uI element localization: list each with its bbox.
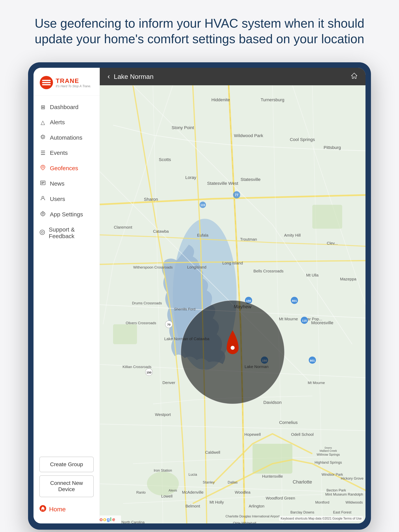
svg-text:Hickory Grove: Hickory Grove xyxy=(341,476,364,480)
svg-text:Montford: Montford xyxy=(315,500,329,504)
svg-point-18 xyxy=(42,196,44,198)
svg-point-10 xyxy=(44,138,45,139)
sidebar-item-news[interactable]: News xyxy=(33,176,100,191)
svg-text:Long Island: Long Island xyxy=(222,261,243,265)
svg-text:g: g xyxy=(107,516,110,522)
trane-logo-icon xyxy=(39,76,53,89)
connect-new-device-button[interactable]: Connect New Device xyxy=(39,475,94,497)
trane-tagline: It's Hard To Stop A Trane. xyxy=(56,84,91,88)
svg-text:o: o xyxy=(103,516,106,522)
sidebar-item-support-feedback[interactable]: Support & Feedback xyxy=(33,222,100,244)
svg-text:70: 70 xyxy=(167,323,170,326)
svg-point-19 xyxy=(42,213,44,214)
svg-text:Clev...: Clev... xyxy=(327,241,338,245)
sidebar-item-users[interactable]: Users xyxy=(33,191,100,207)
svg-text:Woodford Green: Woodford Green xyxy=(266,496,295,500)
top-bar-title: Lake Norman xyxy=(114,73,154,80)
svg-point-120 xyxy=(231,346,235,350)
svg-point-9 xyxy=(41,135,42,136)
svg-text:Huntersville: Huntersville xyxy=(262,474,283,478)
sidebar-item-label-news: News xyxy=(50,180,64,187)
map-container: 77 115 Hiddenite Turnersburg Stony Point… xyxy=(100,85,366,523)
sidebar-home[interactable]: Home xyxy=(33,501,100,516)
sidebar-item-dashboard[interactable]: ⊞ Dashboard xyxy=(33,100,100,115)
svg-text:Amity Hill: Amity Hill xyxy=(284,233,301,237)
main-content: ‹ Lake Norman xyxy=(100,68,366,523)
svg-text:Wildwoods: Wildwoods xyxy=(345,500,363,504)
svg-text:Killian Crossroads: Killian Crossroads xyxy=(122,365,151,369)
sidebar-logo: TRANE It's Hard To Stop A Trane. xyxy=(33,68,100,96)
sidebar-item-automations[interactable]: Automations xyxy=(33,130,100,145)
svg-text:Dallas: Dallas xyxy=(228,480,238,484)
svg-point-8 xyxy=(45,137,45,137)
svg-text:Stony Point: Stony Point xyxy=(172,125,194,130)
sidebar-item-label-geofences: Geofences xyxy=(50,165,78,171)
support-feedback-icon xyxy=(39,230,45,236)
svg-text:801: 801 xyxy=(310,359,315,362)
sidebar-item-label-support-feedback: Support & Feedback xyxy=(49,226,94,240)
svg-text:McAdenville: McAdenville xyxy=(182,490,203,494)
svg-text:Withrow Springs: Withrow Springs xyxy=(317,453,340,456)
svg-text:l: l xyxy=(110,516,111,522)
top-bar: ‹ Lake Norman xyxy=(100,68,366,85)
svg-text:North Carolina: North Carolina xyxy=(121,520,145,523)
users-icon xyxy=(39,196,46,202)
sidebar-item-alerts[interactable]: △ Alerts xyxy=(33,115,100,130)
svg-text:Mt Holly: Mt Holly xyxy=(209,500,224,504)
top-bar-left: ‹ Lake Norman xyxy=(108,72,154,81)
svg-text:Scotts: Scotts xyxy=(159,157,171,162)
sidebar-item-geofences[interactable]: Geofences xyxy=(33,160,100,176)
svg-text:150: 150 xyxy=(246,299,251,302)
svg-text:Hopewell: Hopewell xyxy=(244,432,261,437)
svg-point-4 xyxy=(42,136,44,138)
svg-text:Denver: Denver xyxy=(162,380,175,385)
svg-text:Longisland: Longisland xyxy=(187,265,206,269)
svg-point-5 xyxy=(42,134,43,135)
automations-icon xyxy=(39,134,46,141)
sidebar-item-app-settings[interactable]: App Settings xyxy=(33,207,100,222)
svg-text:o: o xyxy=(100,516,103,522)
svg-text:Ranlo: Ranlo xyxy=(136,490,146,494)
svg-text:Davidson: Davidson xyxy=(264,400,282,405)
back-button[interactable]: ‹ xyxy=(108,72,110,81)
geofences-icon xyxy=(39,165,46,171)
svg-text:Westport: Westport xyxy=(155,412,171,417)
svg-text:Sharon: Sharon xyxy=(144,197,158,202)
svg-text:Stanley: Stanley xyxy=(203,480,215,484)
svg-text:Alexis: Alexis xyxy=(168,488,177,492)
svg-text:Claremont: Claremont xyxy=(114,225,132,229)
svg-text:Pittsburg: Pittsburg xyxy=(324,145,341,150)
sidebar-item-label-users: Users xyxy=(50,196,65,202)
svg-text:115: 115 xyxy=(200,203,205,207)
home-nav-icon xyxy=(39,505,46,514)
sidebar-item-label-app-settings: App Settings xyxy=(50,211,83,218)
create-group-button[interactable]: Create Group xyxy=(39,457,94,472)
svg-text:Troutman: Troutman xyxy=(240,237,257,241)
news-icon xyxy=(39,180,46,187)
trane-name: TRANE xyxy=(56,77,91,84)
svg-rect-2 xyxy=(42,82,51,83)
svg-point-6 xyxy=(42,139,43,139)
svg-text:Mooresville: Mooresville xyxy=(311,320,333,325)
svg-text:Sherrills Ford: Sherrills Ford xyxy=(174,307,195,311)
svg-text:Olivers Crossroads: Olivers Crossroads xyxy=(126,321,156,325)
svg-text:Iron Station: Iron Station xyxy=(154,468,172,472)
alerts-icon: △ xyxy=(39,119,46,126)
svg-text:Becton Park: Becton Park xyxy=(327,488,346,492)
svg-text:Catawba: Catawba xyxy=(153,229,169,234)
svg-text:Olde Whitehall: Olde Whitehall xyxy=(233,521,256,523)
svg-text:Mint Museum Randolph: Mint Museum Randolph xyxy=(325,492,363,496)
svg-text:115: 115 xyxy=(302,319,307,322)
svg-text:Barclay Downs: Barclay Downs xyxy=(290,510,315,514)
sidebar-item-events[interactable]: ☰ Events xyxy=(33,145,100,160)
svg-text:Lowell: Lowell xyxy=(161,494,173,498)
svg-point-11 xyxy=(44,135,45,136)
svg-rect-3 xyxy=(42,84,51,85)
svg-text:Charlotte Douglas Internationa: Charlotte Douglas International Airport xyxy=(225,514,280,518)
map-background: 77 115 Hiddenite Turnersburg Stony Point… xyxy=(100,85,366,523)
device-screen: TRANE It's Hard To Stop A Trane. ⊞ Dashb… xyxy=(33,68,366,523)
svg-text:Loray: Loray xyxy=(185,175,196,180)
trane-text-group: TRANE It's Hard To Stop A Trane. xyxy=(56,77,91,88)
svg-text:Turnersburg: Turnersburg xyxy=(261,97,284,102)
top-bar-home-icon[interactable] xyxy=(351,72,358,81)
